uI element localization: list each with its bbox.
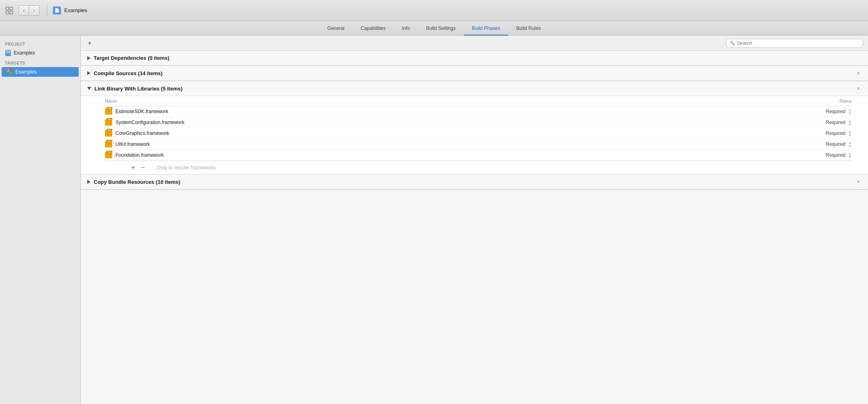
phase-compile-sources-header[interactable]: Compile Sources (14 items) × <box>81 66 868 81</box>
grid-view-icon[interactable] <box>5 6 14 15</box>
phase-copy-bundle-header[interactable]: Copy Bundle Resources (10 items) × <box>81 175 868 189</box>
search-icon: 🔍 <box>730 40 735 46</box>
stepper-up-icon[interactable]: ▲ <box>848 108 852 112</box>
table-row: EstimoteSDK.framework Required ▲ ▼ <box>105 106 852 117</box>
triangle-right-icon <box>87 56 90 60</box>
stepper-down-icon[interactable]: ▼ <box>848 155 852 158</box>
triangle-down-icon <box>87 87 91 90</box>
stepper-down-icon[interactable]: ▼ <box>848 133 852 137</box>
phase-compile-sources: Compile Sources (14 items) × <box>81 66 868 81</box>
tab-capabilities[interactable]: Capabilities <box>352 21 394 36</box>
main-layout: PROJECT Examples TARGETS Examples + 🔍 <box>0 36 868 404</box>
target-icon <box>6 69 13 75</box>
table-row: UIKit.framework Required ▲ ▼ <box>105 139 852 150</box>
add-phase-button[interactable]: + <box>86 39 94 47</box>
stepper-up-icon[interactable]: ▲ <box>848 119 852 122</box>
toolbar-project-title: Examples <box>64 7 87 13</box>
sidebar: PROJECT Examples TARGETS Examples <box>0 36 81 404</box>
framework-icon <box>105 130 112 137</box>
stepper-down-icon[interactable]: ▼ <box>848 112 852 115</box>
lib-name: CoreGraphics.framework <box>115 130 803 136</box>
table-row: SystemConfiguration.framework Required ▲… <box>105 117 852 128</box>
status-stepper[interactable]: ▲ ▼ <box>848 141 852 147</box>
stepper-up-icon[interactable]: ▲ <box>848 130 852 133</box>
lib-status: Required ▲ ▼ <box>803 152 852 158</box>
status-stepper[interactable]: ▲ ▼ <box>848 108 852 115</box>
tab-build-rules[interactable]: Build Rules <box>508 21 549 36</box>
lib-name: UIKit.framework <box>115 141 803 147</box>
stepper-down-icon[interactable]: ▼ <box>848 144 852 147</box>
phase-compile-sources-title: Compile Sources (14 items) <box>94 70 163 76</box>
lib-name: SystemConfiguration.framework <box>115 120 803 125</box>
phase-link-binary: Link Binary With Libraries (5 items) × N… <box>81 81 868 175</box>
framework-icon <box>105 108 112 115</box>
navigation-buttons: ‹ › <box>19 5 40 16</box>
framework-icon <box>105 119 112 126</box>
forward-button[interactable]: › <box>29 5 40 16</box>
lib-status: Required ▲ ▼ <box>803 119 852 126</box>
content-area: + 🔍 Target Dependencies (0 items) Compil… <box>81 36 868 404</box>
triangle-right-icon <box>87 180 90 184</box>
lib-table-header: Name Status <box>105 96 852 106</box>
phase-target-deps-header[interactable]: Target Dependencies (0 items) <box>81 51 868 65</box>
tab-build-phases[interactable]: Build Phases <box>464 21 508 36</box>
tab-build-settings[interactable]: Build Settings <box>418 21 463 36</box>
toolbar: ‹ › 📄 Examples <box>0 0 868 21</box>
table-row: CoreGraphics.framework Required ▲ ▼ <box>105 128 852 139</box>
phase-link-binary-header[interactable]: Link Binary With Libraries (5 items) × <box>81 81 868 96</box>
lib-name: Foundation.framework <box>115 152 803 158</box>
project-icon: 📄 <box>53 6 61 15</box>
phase-target-deps: Target Dependencies (0 items) <box>81 51 868 66</box>
toolbar-separator <box>47 5 47 16</box>
phase-link-binary-close[interactable]: × <box>855 85 862 92</box>
sidebar-item-project[interactable]: Examples <box>0 48 80 58</box>
stepper-up-icon[interactable]: ▲ <box>848 152 852 155</box>
library-table: Name Status EstimoteSDK.framework Requir… <box>81 96 868 174</box>
tab-bar: General Capabilities Info Build Settings… <box>0 21 868 36</box>
phase-copy-bundle-title: Copy Bundle Resources (10 items) <box>94 179 180 185</box>
back-button[interactable]: ‹ <box>19 5 29 16</box>
lib-status: Required ▲ ▼ <box>803 108 852 115</box>
stepper-up-icon[interactable]: ▲ <box>848 141 852 144</box>
lib-status-column-header: Status <box>803 99 852 103</box>
stepper-down-icon[interactable]: ▼ <box>848 122 852 126</box>
remove-library-button[interactable]: − <box>139 164 147 172</box>
phase-compile-sources-close[interactable]: × <box>855 70 862 76</box>
project-icon <box>5 50 11 56</box>
lib-bottom-toolbar: + − Drag to reorder frameworks <box>105 161 852 174</box>
lib-status: Required ▲ ▼ <box>803 141 852 147</box>
status-stepper[interactable]: ▲ ▼ <box>848 152 852 158</box>
lib-name-column-header: Name <box>105 99 803 103</box>
status-stepper[interactable]: ▲ ▼ <box>848 119 852 126</box>
phase-target-deps-title: Target Dependencies (0 items) <box>94 55 170 61</box>
framework-icon <box>105 141 112 147</box>
tab-general[interactable]: General <box>319 21 353 36</box>
phase-copy-bundle: Copy Bundle Resources (10 items) × <box>81 175 868 190</box>
status-stepper[interactable]: ▲ ▼ <box>848 130 852 137</box>
phase-link-binary-title: Link Binary With Libraries (5 items) <box>94 86 182 92</box>
add-library-button[interactable]: + <box>129 164 137 172</box>
drag-hint-text: Drag to reorder frameworks <box>157 165 216 170</box>
project-section-label: PROJECT <box>0 39 80 48</box>
triangle-right-icon <box>87 71 90 75</box>
project-item-label: Examples <box>14 50 35 56</box>
lib-status: Required ▲ ▼ <box>803 130 852 137</box>
framework-icon <box>105 152 112 158</box>
search-input[interactable] <box>737 40 860 46</box>
search-container: 🔍 <box>726 39 863 48</box>
tab-info[interactable]: Info <box>394 21 418 36</box>
lib-name: EstimoteSDK.framework <box>115 109 803 114</box>
sidebar-item-target[interactable]: Examples <box>2 67 79 77</box>
phase-copy-bundle-close[interactable]: × <box>855 179 862 185</box>
target-item-label: Examples <box>15 69 37 75</box>
table-row: Foundation.framework Required ▲ ▼ <box>105 150 852 161</box>
content-toolbar: + 🔍 <box>81 36 868 51</box>
targets-section-label: TARGETS <box>0 58 80 67</box>
